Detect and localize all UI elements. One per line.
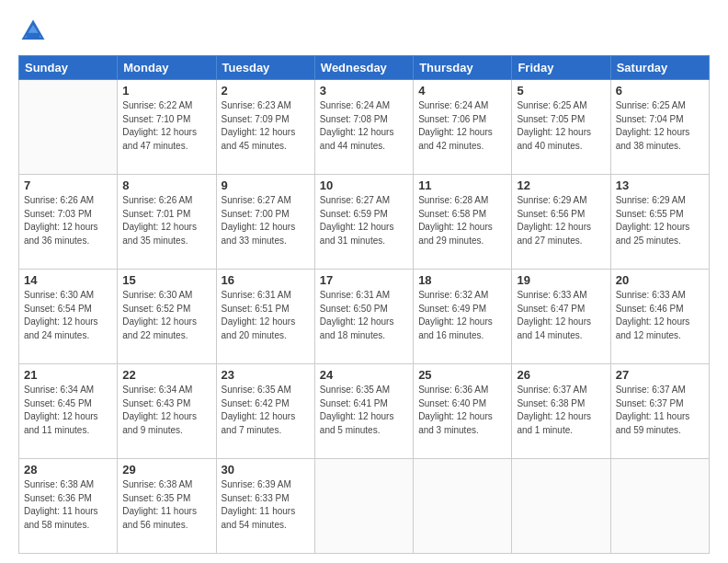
day-cell: 19Sunrise: 6:33 AMSunset: 6:47 PMDayligh… [512,270,610,364]
day-cell: 26Sunrise: 6:37 AMSunset: 6:38 PMDayligh… [512,364,610,459]
day-cell: 23Sunrise: 6:35 AMSunset: 6:42 PMDayligh… [216,364,314,459]
day-info: Sunrise: 6:23 AMSunset: 7:09 PMDaylight:… [222,99,310,153]
day-cell: 12Sunrise: 6:29 AMSunset: 6:56 PMDayligh… [512,175,610,270]
day-info: Sunrise: 6:26 AMSunset: 7:03 PMDaylight:… [24,194,112,247]
day-number: 13 [616,178,704,192]
weekday-header-row: SundayMondayTuesdayWednesdayThursdayFrid… [19,56,710,80]
day-number: 15 [122,273,210,287]
logo [18,17,51,46]
day-info: Sunrise: 6:38 AMSunset: 6:36 PMDaylight:… [24,478,112,532]
day-info: Sunrise: 6:24 AMSunset: 7:06 PMDaylight:… [418,99,506,153]
day-number: 2 [222,84,310,98]
day-info: Sunrise: 6:33 AMSunset: 6:47 PMDaylight:… [517,289,605,342]
day-info: Sunrise: 6:27 AMSunset: 6:59 PMDaylight:… [320,194,408,247]
day-number: 18 [418,273,506,287]
day-number: 24 [320,368,408,382]
day-cell: 20Sunrise: 6:33 AMSunset: 6:46 PMDayligh… [610,270,709,364]
day-number: 20 [616,273,704,287]
day-cell: 21Sunrise: 6:34 AMSunset: 6:45 PMDayligh… [19,364,118,459]
weekday-friday: Friday [512,56,610,80]
day-info: Sunrise: 6:29 AMSunset: 6:55 PMDaylight:… [616,194,704,247]
day-info: Sunrise: 6:37 AMSunset: 6:37 PMDaylight:… [616,384,704,437]
day-cell: 24Sunrise: 6:35 AMSunset: 6:41 PMDayligh… [314,364,413,459]
day-cell [19,80,118,175]
day-number: 30 [222,463,310,477]
day-number: 26 [517,368,605,382]
logo-icon [18,17,48,46]
day-info: Sunrise: 6:37 AMSunset: 6:38 PMDaylight:… [517,384,605,437]
day-number: 5 [517,84,605,98]
day-info: Sunrise: 6:35 AMSunset: 6:42 PMDaylight:… [222,384,310,437]
week-row-3: 14Sunrise: 6:30 AMSunset: 6:54 PMDayligh… [19,270,710,364]
weekday-monday: Monday [118,56,216,80]
day-info: Sunrise: 6:33 AMSunset: 6:46 PMDaylight:… [616,289,704,342]
day-cell: 18Sunrise: 6:32 AMSunset: 6:49 PMDayligh… [414,270,512,364]
day-info: Sunrise: 6:26 AMSunset: 7:01 PMDaylight:… [122,194,210,247]
day-number: 25 [418,368,506,382]
day-number: 16 [222,273,310,287]
day-number: 22 [122,368,210,382]
day-number: 10 [320,178,408,192]
day-cell: 27Sunrise: 6:37 AMSunset: 6:37 PMDayligh… [610,364,709,459]
day-number: 29 [122,463,210,477]
day-cell: 28Sunrise: 6:38 AMSunset: 6:36 PMDayligh… [19,459,118,554]
day-cell: 8Sunrise: 6:26 AMSunset: 7:01 PMDaylight… [118,175,216,270]
day-number: 17 [320,273,408,287]
day-number: 4 [418,84,506,98]
weekday-thursday: Thursday [414,56,512,80]
day-number: 7 [24,178,112,192]
day-number: 23 [222,368,310,382]
day-info: Sunrise: 6:32 AMSunset: 6:49 PMDaylight:… [418,289,506,342]
day-info: Sunrise: 6:31 AMSunset: 6:51 PMDaylight:… [222,289,310,342]
day-cell: 5Sunrise: 6:25 AMSunset: 7:05 PMDaylight… [512,80,610,175]
day-cell: 16Sunrise: 6:31 AMSunset: 6:51 PMDayligh… [216,270,314,364]
week-row-4: 21Sunrise: 6:34 AMSunset: 6:45 PMDayligh… [19,364,710,459]
day-info: Sunrise: 6:22 AMSunset: 7:10 PMDaylight:… [122,99,210,153]
day-number: 11 [418,178,506,192]
day-cell: 4Sunrise: 6:24 AMSunset: 7:06 PMDaylight… [414,80,512,175]
day-info: Sunrise: 6:38 AMSunset: 6:35 PMDaylight:… [122,478,210,532]
day-number: 21 [24,368,112,382]
week-row-5: 28Sunrise: 6:38 AMSunset: 6:36 PMDayligh… [19,459,710,554]
weekday-wednesday: Wednesday [314,56,413,80]
day-cell: 3Sunrise: 6:24 AMSunset: 7:08 PMDaylight… [314,80,413,175]
day-info: Sunrise: 6:35 AMSunset: 6:41 PMDaylight:… [320,384,408,437]
day-number: 27 [616,368,704,382]
day-info: Sunrise: 6:39 AMSunset: 6:33 PMDaylight:… [222,478,310,532]
calendar-table: SundayMondayTuesdayWednesdayThursdayFrid… [18,55,710,554]
weekday-saturday: Saturday [610,56,709,80]
day-info: Sunrise: 6:29 AMSunset: 6:56 PMDaylight:… [517,194,605,247]
day-cell: 6Sunrise: 6:25 AMSunset: 7:04 PMDaylight… [610,80,709,175]
day-info: Sunrise: 6:34 AMSunset: 6:43 PMDaylight:… [122,384,210,437]
day-number: 19 [517,273,605,287]
day-cell: 14Sunrise: 6:30 AMSunset: 6:54 PMDayligh… [19,270,118,364]
day-cell [512,459,610,554]
day-info: Sunrise: 6:30 AMSunset: 6:52 PMDaylight:… [122,289,210,342]
day-info: Sunrise: 6:25 AMSunset: 7:04 PMDaylight:… [616,99,704,153]
day-number: 8 [122,178,210,192]
day-number: 9 [222,178,310,192]
day-cell [610,459,709,554]
day-number: 14 [24,273,112,287]
day-number: 1 [122,84,210,98]
day-cell: 10Sunrise: 6:27 AMSunset: 6:59 PMDayligh… [314,175,413,270]
svg-rect-2 [27,33,40,40]
day-cell: 2Sunrise: 6:23 AMSunset: 7:09 PMDaylight… [216,80,314,175]
day-info: Sunrise: 6:25 AMSunset: 7:05 PMDaylight:… [517,99,605,153]
day-info: Sunrise: 6:28 AMSunset: 6:58 PMDaylight:… [418,194,506,247]
week-row-1: 1Sunrise: 6:22 AMSunset: 7:10 PMDaylight… [19,80,710,175]
day-info: Sunrise: 6:34 AMSunset: 6:45 PMDaylight:… [24,384,112,437]
day-cell: 29Sunrise: 6:38 AMSunset: 6:35 PMDayligh… [118,459,216,554]
day-info: Sunrise: 6:36 AMSunset: 6:40 PMDaylight:… [418,384,506,437]
weekday-sunday: Sunday [19,56,118,80]
day-number: 3 [320,84,408,98]
day-info: Sunrise: 6:31 AMSunset: 6:50 PMDaylight:… [320,289,408,342]
page: SundayMondayTuesdayWednesdayThursdayFrid… [0,0,728,563]
day-info: Sunrise: 6:30 AMSunset: 6:54 PMDaylight:… [24,289,112,342]
day-number: 28 [24,463,112,477]
day-number: 6 [616,84,704,98]
day-info: Sunrise: 6:24 AMSunset: 7:08 PMDaylight:… [320,99,408,153]
day-cell: 11Sunrise: 6:28 AMSunset: 6:58 PMDayligh… [414,175,512,270]
day-cell [414,459,512,554]
day-cell: 7Sunrise: 6:26 AMSunset: 7:03 PMDaylight… [19,175,118,270]
